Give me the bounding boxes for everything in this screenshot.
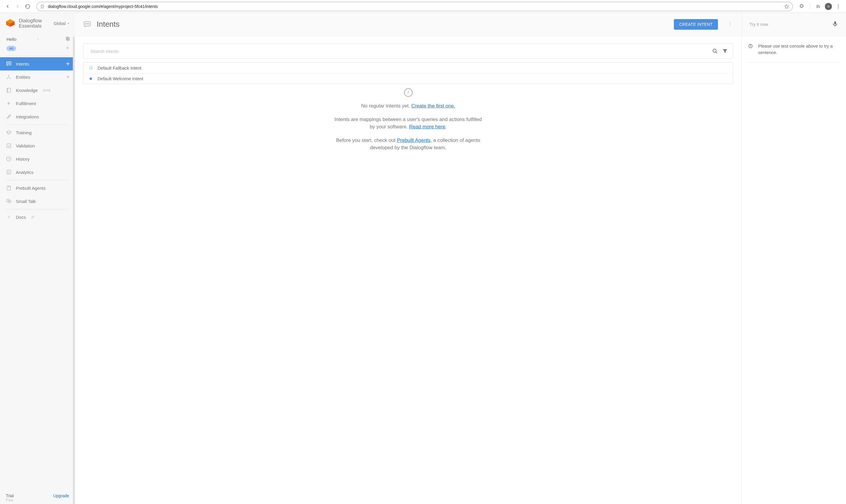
sidebar-item-label: Knowledge [16,88,38,93]
sidebar-item-validation[interactable]: Validation [0,139,75,152]
try-it-now-input[interactable]: Try it now [749,22,768,27]
brand-block[interactable]: Dialogflow Essentials Global [0,13,75,33]
media-control-icon[interactable] [814,2,823,11]
add-entity-button[interactable] [65,74,71,80]
sidebar-item-label: Training [16,130,32,135]
sidebar-item-training[interactable]: Training [0,126,75,139]
content-body: Default Fallback Intent Default Welcome … [75,36,741,504]
svg-point-41 [730,23,731,24]
prebuilt-agents-link[interactable]: Prebuilt Agents [397,138,430,143]
upgrade-link[interactable]: Upgrade [53,493,69,498]
intent-row-welcome[interactable]: Default Welcome Intent [84,73,733,84]
plan-info: Trial Free [6,493,14,502]
sidebar-item-docs[interactable]: Docs [0,211,75,224]
read-more-link[interactable]: Read more here [409,124,445,129]
svg-rect-2 [41,7,42,8]
add-intent-button[interactable] [65,61,71,67]
browser-toolbar: dialogflow.cloud.google.com/#/agent/mypr… [0,0,846,13]
browser-address-bar[interactable]: dialogflow.cloud.google.com/#/agent/mypr… [36,2,793,11]
svg-rect-8 [816,6,819,7]
svg-rect-0 [41,5,42,5]
intent-row-fallback[interactable]: Default Fallback Intent [84,62,733,73]
empty-line-2: Intents are mappings between a user's qu… [332,116,485,131]
search-icon[interactable] [712,48,718,54]
training-icon [6,129,12,136]
page-title: Intents [97,20,120,29]
agent-selector-row: Hello [0,33,75,44]
agent-settings-button[interactable] [64,36,70,43]
browser-back-button[interactable] [3,2,12,11]
microphone-button[interactable] [832,21,839,28]
svg-point-3 [42,5,43,5]
chevron-down-icon [36,38,40,41]
agent-dropdown[interactable]: Hello [6,37,40,42]
fulfillment-icon [6,101,12,106]
svg-point-38 [87,23,88,24]
sidebar-item-knowledge[interactable]: Knowledge [beta] [0,84,75,97]
brand-text: Dialogflow Essentials [19,18,42,29]
sidebar-item-label: Docs [16,215,26,220]
sidebar: Dialogflow Essentials Global Hello en [0,13,75,504]
browser-menu-icon[interactable] [834,2,843,11]
dialogflow-logo-icon [5,18,15,29]
sidebar-footer: Trial Free Upgrade [0,490,75,504]
microphone-icon [832,21,839,27]
sidebar-item-history[interactable]: History [0,152,75,166]
sidebar-item-entities[interactable]: Entities [0,71,75,84]
content-header: Intents CREATE INTENT [75,13,741,36]
region-dropdown[interactable]: Global [54,21,70,26]
try-hint: Please use test console above to try a s… [748,43,840,62]
filter-icon[interactable] [722,48,728,54]
add-language-button[interactable] [65,45,70,52]
extensions-icon[interactable] [797,2,806,11]
sidebar-item-label: Analytics [16,170,34,175]
profile-avatar[interactable]: n [825,3,832,10]
create-intent-button[interactable]: CREATE INTENT [674,19,718,30]
plan-sub: Free [6,498,14,502]
kebab-icon [727,21,733,27]
search-intents-input[interactable] [90,49,708,54]
empty-line-3: Before you start, check out Prebuilt Age… [332,137,485,151]
svg-point-17 [7,63,8,64]
sidebar-item-prebuilt-agents[interactable]: Prebuilt Agents [0,181,75,195]
plus-icon [65,74,71,79]
sidebar-item-label: Prebuilt Agents [16,186,46,191]
svg-marker-6 [785,4,788,8]
info-icon [748,44,753,49]
sidebar-item-fulfillment[interactable]: Fulfillment [0,97,75,110]
intent-name: Default Welcome Intent [97,76,143,81]
svg-point-40 [730,22,731,23]
agent-name-label: Hello [6,37,16,42]
sidebar-item-small-talk[interactable]: Small Talk [0,195,75,208]
create-first-intent-link[interactable]: Create the first one. [411,103,455,109]
sidebar-scrollbar[interactable] [73,36,75,504]
beta-badge: [beta] [43,89,50,92]
divider [6,209,69,210]
bookmark-star-icon[interactable] [784,4,789,9]
sidebar-item-label: Integrations [16,114,39,119]
validation-icon [6,143,12,149]
sidebar-item-intents[interactable]: Intents [0,57,75,71]
browser-forward-button[interactable] [14,2,22,11]
prebuilt-agents-icon [6,185,12,191]
chevron-down-icon [67,22,70,25]
language-row: en [0,44,75,55]
browser-reload-button[interactable] [23,2,32,11]
svg-point-20 [8,75,9,76]
app-root: Dialogflow Essentials Global Hello en [0,13,846,504]
svg-rect-1 [41,6,42,6]
svg-point-43 [713,49,716,52]
try-hint-text: Please use test console above to try a s… [758,43,840,56]
sidebar-item-integrations[interactable]: Integrations [0,110,75,123]
language-chip[interactable]: en [6,46,16,51]
entities-icon [6,74,12,80]
sidebar-item-label: Intents [16,61,29,66]
region-label: Global [54,21,66,26]
header-more-button[interactable] [727,21,733,28]
svg-point-37 [86,23,86,24]
welcome-intent-icon [89,77,93,81]
sidebar-item-analytics[interactable]: Analytics [0,166,75,179]
site-controls-icon[interactable] [40,4,45,9]
svg-point-18 [8,63,9,64]
svg-point-10 [838,4,839,5]
